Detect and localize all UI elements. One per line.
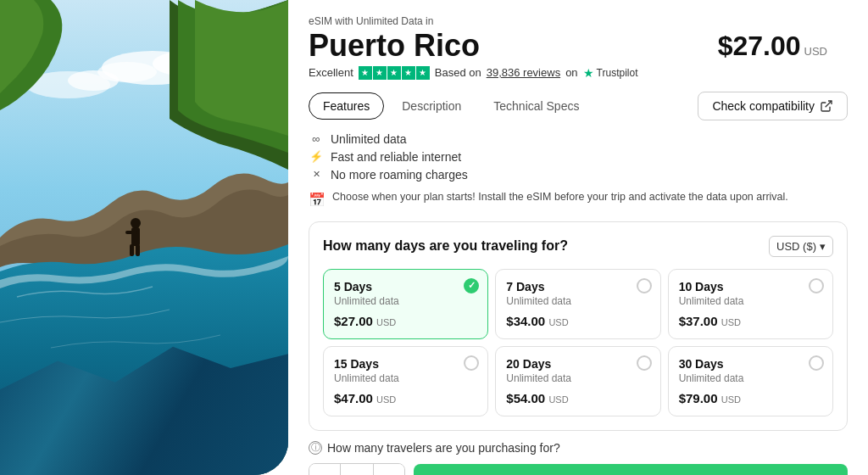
- chevron-down-icon: ▾: [820, 240, 826, 253]
- plan-price-20: $54.00 USD: [506, 391, 649, 405]
- quantity-increase-button[interactable]: +: [374, 464, 404, 475]
- hero-image-panel: [0, 0, 288, 475]
- hero-image: [0, 0, 288, 475]
- check-compat-label: Check compatibility: [712, 99, 815, 113]
- tab-description[interactable]: Description: [387, 92, 476, 120]
- days-title: How many days are you traveling for?: [323, 238, 568, 254]
- trustpilot-logo: ★ Trustpilot: [583, 66, 638, 80]
- plan-radio-7: [637, 278, 652, 293]
- svg-point-5: [68, 70, 119, 91]
- star-3: ★: [387, 66, 401, 80]
- plan-days-5: 5 Days: [334, 280, 477, 293]
- plan-data-30: Unlimited data: [679, 372, 822, 384]
- travelers-label: How many travelers are you purchasing fo…: [327, 441, 560, 455]
- rating-label: Excellent: [309, 66, 353, 79]
- plan-card-15[interactable]: 15 Days Unlimited data $47.00 USD: [323, 346, 488, 416]
- svg-rect-8: [130, 244, 134, 256]
- product-price: $27.00: [718, 31, 801, 61]
- features-list: ∞ Unlimited data ⚡ Fast and reliable int…: [309, 132, 848, 182]
- check-compatibility-button[interactable]: Check compatibility: [698, 92, 848, 120]
- trustpilot-brand: Trustpilot: [597, 67, 638, 79]
- feature-text-1: Unlimited data: [331, 132, 407, 146]
- plan-radio-10: [809, 278, 824, 293]
- plan-price-5: $27.00 USD: [334, 314, 477, 328]
- star-1: ★: [359, 66, 372, 80]
- days-section: How many days are you traveling for? USD…: [309, 221, 848, 431]
- feature-no-roaming: ✕ No more roaming charges: [309, 168, 848, 182]
- plan-price-10: $37.00 USD: [679, 314, 822, 328]
- feature-text-2: Fast and reliable internet: [331, 150, 461, 164]
- plan-currency-7: USD: [548, 317, 568, 327]
- trustpilot-star-icon: ★: [583, 66, 594, 80]
- calendar-icon: 📅: [309, 191, 326, 210]
- tabs-row: Features Description Technical Specs Che…: [309, 92, 848, 120]
- plan-grid: 5 Days Unlimited data $27.00 USD 7 Days …: [323, 269, 833, 416]
- plan-info-box: 📅 Choose when your plan starts! Install …: [309, 190, 848, 210]
- star-2: ★: [373, 66, 387, 80]
- plan-currency-20: USD: [548, 394, 568, 405]
- star-4-half: ★: [416, 66, 430, 80]
- plan-days-7: 7 Days: [506, 280, 649, 293]
- tab-features[interactable]: Features: [309, 92, 384, 120]
- no-roaming-icon: ✕: [309, 169, 324, 180]
- quantity-decrease-button[interactable]: −: [309, 464, 340, 475]
- plan-days-20: 20 Days: [506, 357, 649, 371]
- stars: ★ ★ ★ ★ ★: [359, 66, 430, 80]
- plan-days-30: 30 Days: [679, 357, 822, 371]
- quantity-control: − 1 +: [309, 463, 405, 475]
- plan-price-7: $34.00 USD: [506, 314, 649, 328]
- plan-card-5[interactable]: 5 Days Unlimited data $27.00 USD: [323, 269, 488, 339]
- plan-currency-10: USD: [721, 317, 741, 327]
- reviews-link[interactable]: 39,836 reviews: [487, 66, 560, 79]
- plan-currency-30: USD: [721, 394, 741, 405]
- external-link-icon: [820, 99, 833, 113]
- currency-label: USD ($): [776, 240, 816, 253]
- plan-radio-30: [809, 355, 824, 371]
- plan-days-15: 15 Days: [334, 357, 477, 371]
- plan-days-10: 10 Days: [679, 280, 822, 293]
- svg-point-7: [131, 218, 141, 228]
- fast-icon: ⚡: [309, 150, 324, 163]
- svg-rect-6: [131, 227, 140, 246]
- svg-rect-10: [125, 231, 137, 234]
- plan-card-10[interactable]: 10 Days Unlimited data $37.00 USD: [668, 269, 833, 339]
- tab-technical-specs[interactable]: Technical Specs: [479, 92, 593, 120]
- plan-data-5: Unlimited data: [334, 295, 477, 307]
- plan-data-7: Unlimited data: [506, 295, 649, 307]
- header-row: eSIM with Unlimited Data in Puerto Rico …: [309, 15, 848, 80]
- rating-row: Excellent ★ ★ ★ ★ ★ Based on 39,836 revi…: [309, 66, 848, 80]
- plan-card-30[interactable]: 30 Days Unlimited data $79.00 USD: [668, 346, 833, 416]
- svg-rect-9: [136, 244, 140, 256]
- plan-currency-15: USD: [376, 394, 396, 405]
- plan-radio-20: [637, 355, 652, 371]
- plan-data-20: Unlimited data: [506, 372, 649, 384]
- travelers-section: ⓘ How many travelers are you purchasing …: [309, 441, 848, 455]
- trustpilot-on: on: [565, 66, 577, 79]
- bottom-bar: − 1 + Get unlimited internet: [309, 463, 848, 475]
- price-section: $27.00USD: [718, 31, 827, 62]
- plan-price-30: $79.00 USD: [679, 391, 822, 405]
- price-currency: USD: [804, 45, 827, 58]
- get-unlimited-internet-button[interactable]: Get unlimited internet: [414, 464, 848, 475]
- product-details-panel: eSIM with Unlimited Data in Puerto Rico …: [288, 0, 868, 475]
- star-4: ★: [402, 66, 415, 80]
- esim-label: eSIM with Unlimited Data in: [309, 15, 848, 27]
- quantity-value: 1: [340, 464, 374, 475]
- unlimited-icon: ∞: [309, 132, 324, 145]
- currency-select[interactable]: USD ($) ▾: [769, 236, 833, 257]
- travelers-info-icon[interactable]: ⓘ: [309, 441, 322, 455]
- plan-price-15: $47.00 USD: [334, 391, 477, 405]
- reviews-text: Based on: [435, 66, 481, 79]
- feature-fast-internet: ⚡ Fast and reliable internet: [309, 150, 848, 164]
- plan-data-15: Unlimited data: [334, 372, 477, 384]
- plan-data-10: Unlimited data: [679, 295, 822, 307]
- feature-unlimited-data: ∞ Unlimited data: [309, 132, 848, 146]
- svg-line-11: [826, 101, 832, 107]
- days-header: How many days are you traveling for? USD…: [323, 236, 833, 257]
- plan-card-7[interactable]: 7 Days Unlimited data $34.00 USD: [495, 269, 660, 339]
- feature-text-3: No more roaming charges: [331, 168, 468, 182]
- plan-card-20[interactable]: 20 Days Unlimited data $54.00 USD: [495, 346, 660, 416]
- plan-info-text: Choose when your plan starts! Install th…: [332, 190, 788, 205]
- plan-currency-5: USD: [376, 317, 396, 327]
